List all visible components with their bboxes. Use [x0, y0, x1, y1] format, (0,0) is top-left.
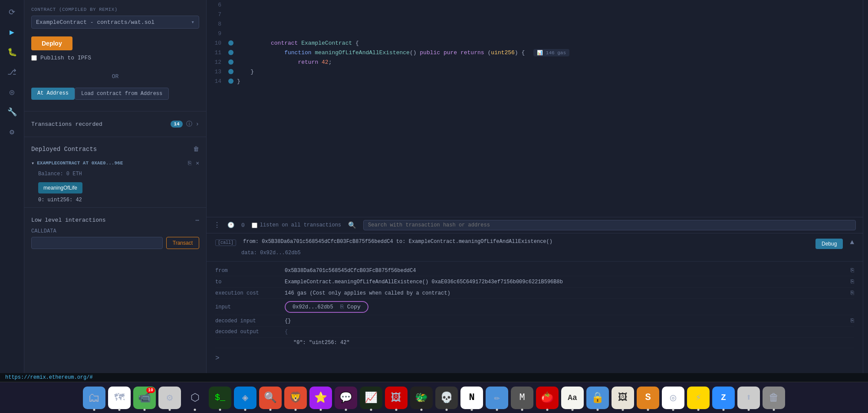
- info-icon[interactable]: ⓘ: [186, 120, 192, 128]
- right-scrollbar[interactable]: [863, 0, 868, 373]
- copy-decoded-input-icon[interactable]: ⎘: [851, 318, 854, 324]
- chevron-right-icon[interactable]: ›: [196, 121, 199, 128]
- copy-label-text[interactable]: Copy: [347, 304, 361, 310]
- tx-val-decoded-output: {: [285, 329, 854, 335]
- collapse-icon[interactable]: ▲: [850, 239, 854, 246]
- meaning-of-life-button[interactable]: meaningOfLife: [38, 182, 82, 193]
- copy-input-icon[interactable]: ⎘: [340, 304, 344, 310]
- contract-instance-name: EXAMPLECONTRACT AT 0XAE0...96E: [37, 161, 184, 166]
- facetime-icon[interactable]: 📹10: [133, 387, 156, 409]
- draw-icon[interactable]: ✏: [486, 387, 508, 409]
- sidebar-deploy[interactable]: ▶: [3, 23, 21, 41]
- tx-call-text: from: 0x5B38Da6a701c568545dCfcB03FcB875f…: [243, 239, 809, 245]
- tx-key-to: to: [215, 279, 285, 285]
- deploy-button[interactable]: Deploy: [31, 36, 72, 50]
- line-num-12: 12: [207, 59, 228, 66]
- listen-checkbox[interactable]: [252, 223, 257, 228]
- url-text: https://remix.ethereum.org/#: [5, 374, 93, 380]
- star-icon[interactable]: ⭐: [309, 387, 332, 409]
- transact-button[interactable]: Transact: [166, 237, 199, 249]
- low-level-info-icon[interactable]: ⋯: [196, 216, 199, 224]
- copy-to-icon[interactable]: ⎘: [851, 279, 854, 285]
- line-num-13: 13: [207, 69, 228, 75]
- code-editor: 6 7 8 9 10: [207, 0, 863, 217]
- line-dot-6: [228, 2, 233, 7]
- copy-from-icon[interactable]: ⎘: [851, 267, 854, 274]
- activity-icon[interactable]: 📈: [360, 387, 382, 409]
- listen-check: listen on all transactions: [252, 222, 341, 228]
- line-num-11: 11: [207, 49, 228, 56]
- contract-selector-value: ExampleContract - contracts/wat.sol: [36, 19, 155, 26]
- sidebar-git[interactable]: ⎇: [3, 63, 21, 81]
- line-num-10: 10: [207, 40, 228, 46]
- line-num-8: 8: [207, 21, 228, 27]
- transactions-header[interactable]: Transactions recorded 14 ⓘ ›: [24, 116, 206, 132]
- line-dot-13: [228, 69, 233, 74]
- debug-button[interactable]: Debug: [815, 239, 843, 249]
- delete-deployed-icon[interactable]: 🗑: [193, 146, 199, 153]
- line-dot-8: [228, 21, 233, 26]
- photo-icon[interactable]: 🖼: [385, 387, 408, 409]
- tx-val-to: ExampleContract.meaningOfLifeAndAllExist…: [285, 279, 847, 285]
- calldata-input[interactable]: [31, 237, 163, 249]
- sidebar-wrench[interactable]: 🔧: [3, 103, 21, 121]
- sublime-icon[interactable]: S: [637, 387, 659, 409]
- chevron-down-icon: ▾: [191, 19, 194, 26]
- terminal-icon[interactable]: $_: [209, 387, 231, 409]
- code-line-12: 12 return 42;: [207, 57, 863, 67]
- memo-icon[interactable]: M: [511, 387, 533, 409]
- code-line-7: 7: [207, 10, 863, 19]
- load-contract-tab[interactable]: Load contract from Address: [75, 88, 169, 100]
- deploy-panel: CONTRACT (Compiled by Remix) ExampleCont…: [24, 0, 207, 373]
- section-label: CONTRACT (Compiled by Remix): [31, 7, 199, 12]
- taskbar: 🗂 🗺 📹10 ⚙ ⬡ $_ ◈ 🔍 🦁 ⭐ 💬 📈 🖼 🐲 💀 N ✏ M 🍅…: [0, 382, 868, 413]
- sidebar-chart[interactable]: ◎: [3, 83, 21, 101]
- transaction-panel: ⋮ 🕐 0 listen on all transactions 🔍 [call…: [207, 217, 863, 373]
- status-bar: https://remix.ethereum.org/#: [0, 373, 868, 382]
- gas-badge-11: 📊 146 gas: [533, 49, 569, 56]
- font-icon[interactable]: Aa: [561, 387, 584, 409]
- tx-detail-to: to ExampleContract.meaningOfLifeAndAllEx…: [215, 276, 854, 288]
- weap-icon[interactable]: ⬆: [737, 387, 760, 409]
- brave-icon[interactable]: 🦁: [284, 387, 307, 409]
- dragon-icon[interactable]: 🐲: [410, 387, 433, 409]
- terminal-search-input[interactable]: [363, 220, 856, 230]
- vscode-icon[interactable]: ◈: [234, 387, 256, 409]
- lightning-icon[interactable]: ⚡: [687, 387, 710, 409]
- skull-icon[interactable]: 💀: [435, 387, 458, 409]
- line-dot-9: [228, 31, 233, 36]
- slack-icon[interactable]: 💬: [335, 387, 357, 409]
- tx-key-input: input: [215, 304, 285, 310]
- code-area: 6 7 8 9 10: [207, 0, 863, 373]
- launchpad-icon[interactable]: ⬡: [184, 387, 206, 409]
- search-icon-dock[interactable]: 🔍: [259, 387, 282, 409]
- sidebar-debug[interactable]: 🐛: [3, 43, 21, 61]
- publish-ipfs-checkbox[interactable]: [31, 55, 37, 61]
- finder-icon[interactable]: 🗂: [83, 387, 105, 409]
- vpn-icon[interactable]: 🔒: [586, 387, 609, 409]
- expand-icon[interactable]: ⋮: [214, 221, 220, 229]
- tomato-icon[interactable]: 🍅: [536, 387, 559, 409]
- line-num-6: 6: [207, 2, 228, 8]
- close-contract-icon[interactable]: ✕: [196, 160, 199, 167]
- transactions-badge: 14: [171, 121, 182, 128]
- publish-ipfs-label: Publish to IPFS: [40, 55, 91, 61]
- copy-execution-cost-icon[interactable]: ⎘: [851, 290, 854, 296]
- notion-icon[interactable]: N: [460, 387, 483, 409]
- at-address-tab[interactable]: At Address: [31, 88, 75, 100]
- decoded-output-value: "0": "uint256: 42": [293, 340, 350, 346]
- settings-icon[interactable]: ⚙: [158, 387, 181, 409]
- trash-icon-dock[interactable]: 🗑: [763, 387, 785, 409]
- tx-detail-grid: from 0x5B38Da6a701c568545dCfcB03FcB875f5…: [207, 262, 863, 352]
- line-num-14: 14: [207, 78, 228, 85]
- copy-contract-icon[interactable]: ⎘: [188, 160, 191, 167]
- zoom-icon[interactable]: Z: [712, 387, 735, 409]
- sidebar-refresh[interactable]: ⟳: [3, 3, 21, 21]
- expand-icon[interactable]: ▾: [31, 160, 34, 167]
- contract-selector[interactable]: ExampleContract - contracts/wat.sol ▾: [31, 16, 199, 29]
- chrome-icon[interactable]: ◎: [662, 387, 684, 409]
- preview-icon[interactable]: 🖼: [612, 387, 634, 409]
- contract-instance-header: ▾ EXAMPLECONTRACT AT 0XAE0...96E ⎘ ✕: [31, 157, 199, 169]
- maps-icon[interactable]: 🗺: [108, 387, 131, 409]
- sidebar-gear[interactable]: ⚙: [3, 123, 21, 141]
